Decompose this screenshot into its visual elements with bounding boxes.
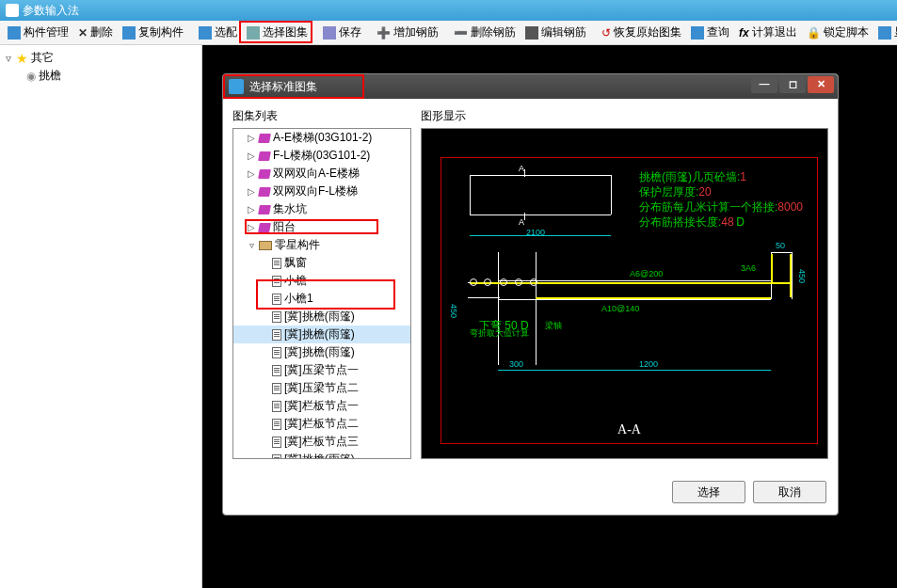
book-icon: [258, 151, 271, 161]
tree-node[interactable]: [冀]压梁节点二: [233, 379, 410, 397]
tree-node[interactable]: [冀]挑檐(雨篷): [233, 308, 410, 326]
left-tree-panel: ▿ ★ 其它 ◉ 挑檐: [0, 45, 202, 588]
tree-node-label: 小檐1: [284, 291, 313, 307]
main-toolbar: 构件管理 ✕删除 复制构件 选配 选择图集 保存 ➕增加钢筋 ➖删除钢筋 编辑钢…: [0, 21, 897, 45]
dialog-titlebar[interactable]: 选择标准图集 — ◻ ✕: [223, 74, 838, 99]
calc-exit-button[interactable]: fx计算退出: [735, 23, 801, 42]
book-icon: [258, 223, 271, 232]
doc-icon: [272, 419, 281, 430]
tree-node-label: [冀]栏板节点一: [284, 398, 359, 414]
tree-node[interactable]: [冀]压梁节点一: [233, 361, 410, 379]
doc-icon: [272, 294, 281, 305]
tree-node[interactable]: ▷双网双向A-E楼梯: [233, 165, 410, 183]
book-icon: [258, 169, 271, 179]
star-icon: ★: [16, 51, 28, 66]
tree-node[interactable]: 小檐1: [233, 290, 410, 308]
preview-canvas: A A 2100 挑檐(雨篷)几页砼墙:1 保护层厚度:20 分布筋每几米计算一…: [421, 128, 828, 459]
save-button[interactable]: 保存: [319, 23, 365, 42]
tree-node[interactable]: [冀]挑檐(雨篷): [233, 343, 410, 361]
atlas-tree[interactable]: ▷A-E楼梯(03G101-2)▷F-L楼梯(03G101-2)▷双网双向A-E…: [232, 128, 411, 459]
minimize-button[interactable]: —: [751, 76, 777, 93]
doc-icon: [272, 437, 281, 448]
tree-node[interactable]: [冀]挑檐(雨篷): [233, 326, 410, 343]
node-icon: ◉: [26, 70, 36, 83]
tree-node[interactable]: ▷A-E楼梯(03G101-2): [233, 129, 410, 147]
tree-node[interactable]: [冀]挑檐(雨篷): [233, 451, 410, 459]
show-button[interactable]: 显: [874, 23, 897, 42]
openbook-icon: [259, 241, 272, 250]
match-button[interactable]: 选配: [195, 23, 241, 42]
add-rebar-button[interactable]: ➕增加钢筋: [373, 23, 442, 42]
tree-node-label: 集水坑: [273, 201, 307, 217]
tree-node[interactable]: [冀]栏板节点三: [233, 433, 410, 451]
tree-node-label: [冀]栏板节点三: [284, 434, 359, 450]
ok-button[interactable]: 选择: [672, 481, 745, 503]
book-icon: [258, 134, 271, 143]
tree-node-label: 小檐: [284, 273, 307, 289]
doc-icon: [272, 276, 281, 287]
doc-icon: [272, 383, 281, 394]
query-button[interactable]: 查询: [687, 23, 733, 42]
app-titlebar: 参数输入法: [0, 0, 897, 21]
cancel-button[interactable]: 取消: [753, 481, 826, 503]
book-icon: [258, 205, 271, 215]
drawing-frame: A A 2100 挑檐(雨篷)几页砼墙:1 保护层厚度:20 分布筋每几米计算一…: [440, 157, 818, 444]
doc-icon: [272, 311, 281, 323]
doc-icon: [272, 365, 281, 376]
restore-atlas-button[interactable]: ↺恢复原始图集: [598, 23, 685, 42]
tree-node[interactable]: ▷阳台: [233, 218, 410, 236]
book-icon: [258, 187, 271, 197]
doc-icon: [272, 347, 281, 358]
doc-icon: [272, 454, 281, 460]
doc-icon: [272, 258, 281, 269]
tree-node-label: 阳台: [273, 219, 296, 235]
maximize-button[interactable]: ◻: [779, 76, 806, 93]
preview-section-title: 图形显示: [421, 108, 828, 124]
app-icon: [6, 4, 19, 17]
dialog-icon: [229, 79, 244, 94]
delete-button[interactable]: ✕删除: [74, 23, 117, 42]
tree-node-label: 双网双向A-E楼梯: [273, 166, 360, 182]
tree-section-title: 图集列表: [232, 108, 411, 124]
tree-node[interactable]: ▿零星构件: [233, 236, 410, 254]
tree-node[interactable]: 飘窗: [233, 254, 410, 272]
delete-rebar-button[interactable]: ➖删除钢筋: [450, 23, 520, 42]
select-atlas-button[interactable]: 选择图集: [243, 23, 312, 42]
edit-rebar-button[interactable]: 编辑钢筋: [521, 23, 590, 42]
tree-node[interactable]: ▷F-L楼梯(03G101-2): [233, 147, 410, 165]
tree-node[interactable]: ▷集水坑: [233, 200, 410, 218]
tree-node[interactable]: 小檐: [233, 272, 410, 290]
tree-node-label: A-E楼梯(03G101-2): [273, 130, 372, 146]
tree-node[interactable]: [冀]栏板节点二: [233, 415, 410, 433]
close-button[interactable]: ✕: [808, 76, 834, 93]
tree-node-label: F-L楼梯(03G101-2): [273, 148, 370, 164]
doc-icon: [272, 329, 281, 341]
section-label: A-A: [617, 422, 641, 437]
tree-node-label: [冀]压梁节点一: [284, 362, 359, 378]
copy-member-button[interactable]: 复制构件: [119, 23, 187, 42]
tree-node-label: 双网双向F-L楼梯: [273, 183, 358, 199]
doc-icon: [272, 401, 281, 412]
tree-node-label: [冀]栏板节点二: [284, 416, 359, 432]
tree-node-label: [冀]挑檐(雨篷): [284, 326, 355, 342]
tree-node[interactable]: [冀]栏板节点一: [233, 397, 410, 415]
tree-child[interactable]: ◉ 挑檐: [4, 67, 198, 85]
select-atlas-dialog: 选择标准图集 — ◻ ✕ 图集列表 ▷A-E楼梯(03G101-2)▷F-L楼梯…: [222, 73, 839, 516]
tree-node-label: [冀]挑檐(雨篷): [284, 344, 355, 360]
app-title: 参数输入法: [23, 3, 79, 19]
tree-node[interactable]: ▷双网双向F-L楼梯: [233, 183, 410, 200]
tree-node-label: 飘窗: [284, 255, 307, 271]
lock-script-button[interactable]: 🔒锁定脚本: [803, 23, 873, 42]
tree-node-label: [冀]挑檐(雨篷): [284, 452, 355, 459]
dialog-title-text: 选择标准图集: [249, 79, 317, 95]
tree-node-label: [冀]压梁节点二: [284, 380, 359, 396]
tree-root[interactable]: ▿ ★ 其它: [4, 49, 198, 67]
tree-node-label: [冀]挑檐(雨篷): [284, 309, 355, 325]
tree-node-label: 零星构件: [275, 237, 320, 253]
member-mgmt-button[interactable]: 构件管理: [4, 23, 72, 42]
